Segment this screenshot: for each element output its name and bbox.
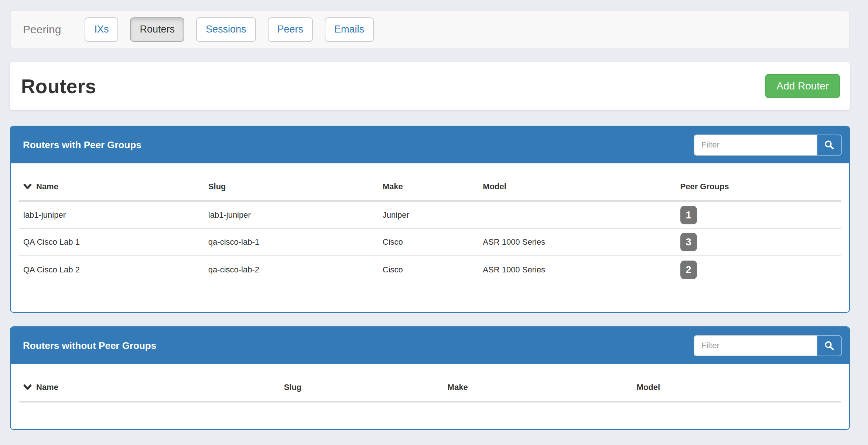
column-header-model[interactable]: Model xyxy=(632,372,841,402)
panel-routers-with-peer-groups: Routers with Peer Groups NameSlugMakeMod… xyxy=(10,126,850,313)
cell-model: ASR 1000 Series xyxy=(478,256,676,283)
filter-group xyxy=(694,335,842,356)
column-header-slug[interactable]: Slug xyxy=(204,171,378,201)
table-row: QA Cisco Lab 2qa-cisco-lab-2CiscoASR 100… xyxy=(19,256,841,283)
column-header-model[interactable]: Model xyxy=(478,171,676,201)
peer-groups-badge: 2 xyxy=(680,261,697,279)
nav-button-routers[interactable]: Routers xyxy=(130,17,184,42)
routers-table: NameSlugMakeModel xyxy=(19,372,841,402)
top-navbar: Peering IXsRoutersSessionsPeersEmails xyxy=(10,10,850,48)
cell-name: QA Cisco Lab 1 xyxy=(19,228,204,256)
search-button[interactable] xyxy=(817,335,842,356)
column-header-name[interactable]: Name xyxy=(19,372,280,402)
panel-body: NameSlugMakeModel xyxy=(11,364,849,402)
filter-group xyxy=(694,135,842,156)
add-router-button[interactable]: Add Router xyxy=(765,74,840,98)
panel-routers-without-peer-groups: Routers without Peer Groups NameSlugMake… xyxy=(10,326,850,430)
magnifier-icon xyxy=(824,140,834,150)
cell-peer-groups: 3 xyxy=(676,228,841,256)
page-title: Routers xyxy=(21,75,96,98)
search-button[interactable] xyxy=(817,135,842,156)
page-header-card: Routers Add Router xyxy=(10,62,850,110)
filter-input[interactable] xyxy=(694,335,817,356)
table-header-row: NameSlugMakeModelPeer Groups xyxy=(19,171,841,201)
panel-heading: Routers with Peer Groups xyxy=(11,126,849,163)
table-row: lab1-juniperlab1-juniperJuniper1 xyxy=(19,201,841,228)
cell-peer-groups: 2 xyxy=(676,256,841,283)
cell-slug: lab1-juniper xyxy=(204,201,378,228)
cell-peer-groups: 1 xyxy=(676,201,841,228)
cell-model: ASR 1000 Series xyxy=(478,228,676,256)
magnifier-icon xyxy=(824,340,834,351)
peer-groups-badge: 1 xyxy=(680,206,697,224)
nav-button-peers[interactable]: Peers xyxy=(268,17,313,42)
cell-make: Cisco xyxy=(378,228,479,256)
panel-body: NameSlugMakeModelPeer Groups lab1-junipe… xyxy=(11,163,849,283)
panel-title: Routers with Peer Groups xyxy=(23,139,141,151)
filter-input[interactable] xyxy=(694,135,817,156)
column-header-name[interactable]: Name xyxy=(19,171,204,201)
panel-heading: Routers without Peer Groups xyxy=(11,327,849,364)
cell-model xyxy=(478,201,676,228)
peer-groups-badge: 3 xyxy=(680,233,697,251)
column-header-slug[interactable]: Slug xyxy=(280,372,443,402)
cell-make: Cisco xyxy=(378,256,479,283)
cell-make: Juniper xyxy=(378,201,479,228)
cell-name: lab1-juniper xyxy=(19,201,204,228)
nav-button-ixs[interactable]: IXs xyxy=(85,17,118,42)
panel-title: Routers without Peer Groups xyxy=(23,340,156,351)
column-header-make[interactable]: Make xyxy=(443,372,632,402)
cell-slug: qa-cisco-lab-2 xyxy=(204,256,378,283)
brand-peering[interactable]: Peering xyxy=(23,23,61,36)
column-header-make[interactable]: Make xyxy=(378,171,479,201)
cell-name: QA Cisco Lab 2 xyxy=(19,256,204,283)
table-header-row: NameSlugMakeModel xyxy=(19,372,841,402)
nav-buttons: IXsRoutersSessionsPeersEmails xyxy=(85,17,374,42)
chevron-down-icon xyxy=(23,184,32,190)
chevron-down-icon xyxy=(23,384,32,390)
nav-button-emails[interactable]: Emails xyxy=(325,17,374,42)
cell-slug: qa-cisco-lab-1 xyxy=(204,228,378,256)
routers-table: NameSlugMakeModelPeer Groups lab1-junipe… xyxy=(19,171,841,283)
column-header-peer-groups[interactable]: Peer Groups xyxy=(676,171,841,201)
nav-button-sessions[interactable]: Sessions xyxy=(196,17,256,42)
table-row: QA Cisco Lab 1qa-cisco-lab-1CiscoASR 100… xyxy=(19,228,841,256)
